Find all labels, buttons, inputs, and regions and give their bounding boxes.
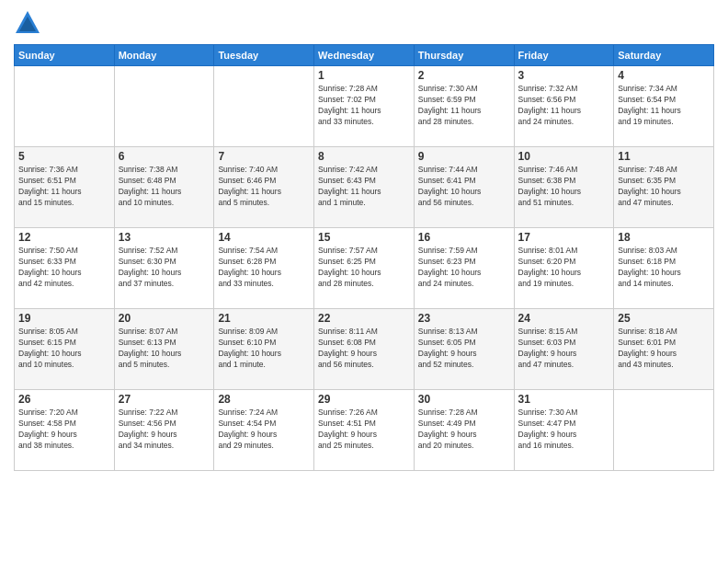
- calendar-cell: 3Sunrise: 7:32 AM Sunset: 6:56 PM Daylig…: [514, 66, 614, 147]
- day-info: Sunrise: 8:01 AM Sunset: 6:20 PM Dayligh…: [518, 246, 610, 290]
- day-number: 9: [418, 150, 510, 163]
- day-number: 14: [218, 231, 310, 244]
- day-number: 12: [18, 231, 110, 244]
- calendar: SundayMondayTuesdayWednesdayThursdayFrid…: [14, 44, 714, 471]
- day-number: 20: [119, 312, 210, 325]
- calendar-cell: 7Sunrise: 7:40 AM Sunset: 6:46 PM Daylig…: [214, 147, 314, 228]
- day-info: Sunrise: 7:54 AM Sunset: 6:28 PM Dayligh…: [218, 246, 310, 290]
- weekday-sunday: Sunday: [15, 45, 115, 66]
- day-info: Sunrise: 7:48 AM Sunset: 6:35 PM Dayligh…: [618, 165, 710, 209]
- day-number: 5: [18, 150, 110, 163]
- week-row-2: 5Sunrise: 7:36 AM Sunset: 6:51 PM Daylig…: [15, 147, 714, 228]
- day-info: Sunrise: 7:52 AM Sunset: 6:30 PM Dayligh…: [119, 246, 210, 290]
- day-number: 13: [119, 231, 210, 244]
- day-info: Sunrise: 7:42 AM Sunset: 6:43 PM Dayligh…: [318, 165, 410, 209]
- day-number: 8: [318, 150, 410, 163]
- day-number: 3: [518, 69, 610, 82]
- weekday-saturday: Saturday: [614, 45, 714, 66]
- day-number: 11: [618, 150, 710, 163]
- calendar-cell: 17Sunrise: 8:01 AM Sunset: 6:20 PM Dayli…: [514, 228, 614, 309]
- week-row-5: 26Sunrise: 7:20 AM Sunset: 4:58 PM Dayli…: [15, 390, 714, 471]
- day-info: Sunrise: 7:50 AM Sunset: 6:33 PM Dayligh…: [18, 246, 110, 290]
- weekday-tuesday: Tuesday: [214, 45, 314, 66]
- day-info: Sunrise: 7:40 AM Sunset: 6:46 PM Dayligh…: [218, 165, 310, 209]
- calendar-cell: [114, 66, 214, 147]
- day-number: 24: [518, 312, 610, 325]
- calendar-cell: 25Sunrise: 8:18 AM Sunset: 6:01 PM Dayli…: [614, 309, 714, 390]
- weekday-thursday: Thursday: [414, 45, 514, 66]
- weekday-wednesday: Wednesday: [314, 45, 415, 66]
- calendar-cell: 18Sunrise: 8:03 AM Sunset: 6:18 PM Dayli…: [614, 228, 714, 309]
- calendar-cell: 21Sunrise: 8:09 AM Sunset: 6:10 PM Dayli…: [214, 309, 314, 390]
- calendar-cell: 23Sunrise: 8:13 AM Sunset: 6:05 PM Dayli…: [414, 309, 514, 390]
- weekday-friday: Friday: [514, 45, 614, 66]
- calendar-cell: 14Sunrise: 7:54 AM Sunset: 6:28 PM Dayli…: [214, 228, 314, 309]
- day-number: 1: [318, 69, 410, 82]
- day-info: Sunrise: 8:13 AM Sunset: 6:05 PM Dayligh…: [418, 327, 510, 371]
- day-number: 31: [518, 393, 610, 406]
- day-info: Sunrise: 7:34 AM Sunset: 6:54 PM Dayligh…: [618, 84, 710, 128]
- calendar-cell: 9Sunrise: 7:44 AM Sunset: 6:41 PM Daylig…: [414, 147, 514, 228]
- calendar-cell: 31Sunrise: 7:30 AM Sunset: 4:47 PM Dayli…: [514, 390, 614, 471]
- day-number: 19: [18, 312, 110, 325]
- day-info: Sunrise: 8:07 AM Sunset: 6:13 PM Dayligh…: [119, 327, 210, 371]
- calendar-cell: 6Sunrise: 7:38 AM Sunset: 6:48 PM Daylig…: [114, 147, 214, 228]
- day-number: 23: [418, 312, 510, 325]
- day-info: Sunrise: 7:59 AM Sunset: 6:23 PM Dayligh…: [418, 246, 510, 290]
- day-number: 27: [119, 393, 210, 406]
- calendar-cell: 30Sunrise: 7:28 AM Sunset: 4:49 PM Dayli…: [414, 390, 514, 471]
- calendar-cell: 20Sunrise: 8:07 AM Sunset: 6:13 PM Dayli…: [114, 309, 214, 390]
- calendar-cell: 5Sunrise: 7:36 AM Sunset: 6:51 PM Daylig…: [15, 147, 115, 228]
- weekday-monday: Monday: [114, 45, 214, 66]
- page: SundayMondayTuesdayWednesdayThursdayFrid…: [0, 0, 728, 563]
- logo: [14, 9, 45, 37]
- day-number: 21: [218, 312, 310, 325]
- day-info: Sunrise: 7:22 AM Sunset: 4:56 PM Dayligh…: [119, 408, 210, 452]
- calendar-cell: 1Sunrise: 7:28 AM Sunset: 7:02 PM Daylig…: [314, 66, 415, 147]
- day-info: Sunrise: 8:09 AM Sunset: 6:10 PM Dayligh…: [218, 327, 310, 371]
- day-number: 17: [518, 231, 610, 244]
- calendar-cell: 24Sunrise: 8:15 AM Sunset: 6:03 PM Dayli…: [514, 309, 614, 390]
- calendar-cell: 10Sunrise: 7:46 AM Sunset: 6:38 PM Dayli…: [514, 147, 614, 228]
- calendar-cell: 29Sunrise: 7:26 AM Sunset: 4:51 PM Dayli…: [314, 390, 415, 471]
- day-info: Sunrise: 7:28 AM Sunset: 7:02 PM Dayligh…: [318, 84, 410, 128]
- day-number: 2: [418, 69, 510, 82]
- day-info: Sunrise: 7:24 AM Sunset: 4:54 PM Dayligh…: [218, 408, 310, 452]
- day-number: 30: [418, 393, 510, 406]
- day-info: Sunrise: 8:15 AM Sunset: 6:03 PM Dayligh…: [518, 327, 610, 371]
- day-info: Sunrise: 7:32 AM Sunset: 6:56 PM Dayligh…: [518, 84, 610, 128]
- header: [14, 9, 714, 37]
- day-info: Sunrise: 7:26 AM Sunset: 4:51 PM Dayligh…: [318, 408, 410, 452]
- day-number: 26: [18, 393, 110, 406]
- calendar-cell: [614, 390, 714, 471]
- day-number: 16: [418, 231, 510, 244]
- calendar-cell: 16Sunrise: 7:59 AM Sunset: 6:23 PM Dayli…: [414, 228, 514, 309]
- calendar-cell: 11Sunrise: 7:48 AM Sunset: 6:35 PM Dayli…: [614, 147, 714, 228]
- day-info: Sunrise: 8:03 AM Sunset: 6:18 PM Dayligh…: [618, 246, 710, 290]
- day-info: Sunrise: 7:20 AM Sunset: 4:58 PM Dayligh…: [18, 408, 110, 452]
- day-number: 15: [318, 231, 410, 244]
- day-info: Sunrise: 7:57 AM Sunset: 6:25 PM Dayligh…: [318, 246, 410, 290]
- day-number: 6: [119, 150, 210, 163]
- calendar-cell: 2Sunrise: 7:30 AM Sunset: 6:59 PM Daylig…: [414, 66, 514, 147]
- calendar-cell: 19Sunrise: 8:05 AM Sunset: 6:15 PM Dayli…: [15, 309, 115, 390]
- day-info: Sunrise: 7:28 AM Sunset: 4:49 PM Dayligh…: [418, 408, 510, 452]
- day-number: 22: [318, 312, 410, 325]
- weekday-header-row: SundayMondayTuesdayWednesdayThursdayFrid…: [15, 45, 714, 66]
- week-row-3: 12Sunrise: 7:50 AM Sunset: 6:33 PM Dayli…: [15, 228, 714, 309]
- calendar-cell: 26Sunrise: 7:20 AM Sunset: 4:58 PM Dayli…: [15, 390, 115, 471]
- day-number: 4: [618, 69, 710, 82]
- day-info: Sunrise: 7:36 AM Sunset: 6:51 PM Dayligh…: [18, 165, 110, 209]
- day-info: Sunrise: 7:46 AM Sunset: 6:38 PM Dayligh…: [518, 165, 610, 209]
- logo-icon: [14, 9, 41, 37]
- day-info: Sunrise: 7:30 AM Sunset: 4:47 PM Dayligh…: [518, 408, 610, 452]
- day-info: Sunrise: 7:38 AM Sunset: 6:48 PM Dayligh…: [119, 165, 210, 209]
- day-number: 25: [618, 312, 710, 325]
- calendar-cell: 22Sunrise: 8:11 AM Sunset: 6:08 PM Dayli…: [314, 309, 415, 390]
- day-info: Sunrise: 8:05 AM Sunset: 6:15 PM Dayligh…: [18, 327, 110, 371]
- day-number: 29: [318, 393, 410, 406]
- week-row-4: 19Sunrise: 8:05 AM Sunset: 6:15 PM Dayli…: [15, 309, 714, 390]
- calendar-cell: 13Sunrise: 7:52 AM Sunset: 6:30 PM Dayli…: [114, 228, 214, 309]
- calendar-cell: 15Sunrise: 7:57 AM Sunset: 6:25 PM Dayli…: [314, 228, 415, 309]
- day-number: 7: [218, 150, 310, 163]
